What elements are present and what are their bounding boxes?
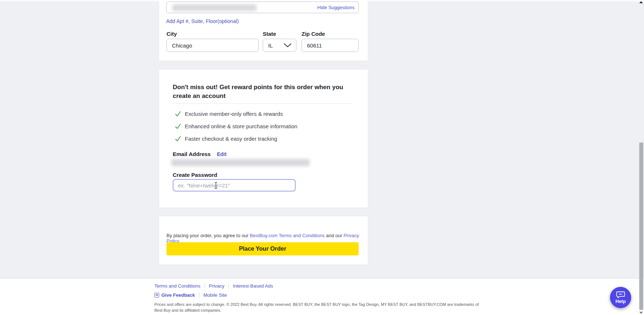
state-label: State (263, 31, 276, 37)
footer-feedback-row: H Give Feedback Mobile Site (154, 292, 484, 298)
address-suggestion-input[interactable]: Hide Suggestions (166, 1, 359, 13)
footer-divider (205, 284, 205, 288)
rewards-heading: Don't miss out! Get reward points for th… (173, 83, 345, 100)
benefit-item: Exclusive member-only offers & rewards (175, 110, 297, 117)
place-order-button[interactable]: Place Your Order (166, 242, 359, 255)
footer-interest-ads-link[interactable]: Interest-Based Ads (233, 283, 273, 289)
copyright-text: Prices and offers are subject to change.… (154, 302, 484, 314)
checkmark-icon (175, 123, 181, 129)
scroll-up-arrow-icon[interactable] (639, 1, 643, 3)
bestbuy-terms-link[interactable]: BestBuy.com Terms and Conditions (250, 233, 325, 238)
mobile-site-link[interactable]: Mobile Site (203, 292, 227, 298)
footer-terms-link[interactable]: Terms and Conditions (154, 283, 201, 289)
vertical-scrollbar[interactable] (639, 0, 644, 315)
create-password-field-wrap (173, 179, 296, 191)
checkout-page: Hide Suggestions Add Apt #, Suite, Floor… (0, 0, 644, 315)
scroll-down-arrow-icon[interactable] (639, 312, 643, 314)
city-label: City (166, 31, 177, 37)
checkmark-icon (175, 136, 181, 142)
benefit-item: Faster checkout & easy order tracking (175, 135, 297, 142)
create-account-card: Don't miss out! Get reward points for th… (159, 70, 368, 208)
email-address-row: Email Address Edit (173, 151, 226, 157)
checkmark-icon (175, 111, 181, 117)
help-button-label: Help (615, 299, 626, 304)
give-feedback-link[interactable]: Give Feedback (161, 292, 195, 298)
state-selected-value: IL (268, 42, 273, 49)
footer-inner: Terms and Conditions Privacy Interest-Ba… (154, 282, 484, 314)
chat-bubble-icon (616, 291, 625, 298)
footer-divider (228, 284, 229, 288)
scrollbar-thumb[interactable] (639, 143, 643, 310)
footer-links-row: Terms and Conditions Privacy Interest-Ba… (154, 282, 484, 289)
add-apt-suite-link[interactable]: Add Apt #, Suite, Floor(optional) (166, 18, 239, 24)
address-redacted-value (172, 4, 257, 11)
help-button[interactable]: Help (610, 287, 631, 308)
benefit-item: Enhanced online & store purchase informa… (175, 122, 297, 130)
hide-suggestions-link[interactable]: Hide Suggestions (317, 5, 355, 10)
state-select[interactable]: IL (263, 39, 296, 52)
terms-connector: and our (325, 233, 343, 238)
terms-prefix: By placing your order, you agree to our (166, 233, 250, 238)
chevron-down-icon (284, 43, 292, 48)
zip-code-input[interactable] (302, 39, 359, 52)
benefit-text: Faster checkout & easy order tracking (185, 136, 277, 142)
create-password-label: Create Password (173, 172, 217, 178)
heading-divider (173, 103, 352, 104)
feedback-icon: H (154, 293, 159, 297)
text-cursor-icon (214, 182, 218, 189)
place-order-card: By placing your order, you agree to our … (159, 216, 368, 265)
benefit-text: Enhanced online & store purchase informa… (185, 123, 297, 129)
shipping-address-card: Hide Suggestions Add Apt #, Suite, Floor… (159, 0, 368, 61)
email-redacted-value (171, 159, 310, 166)
email-address-label: Email Address (173, 151, 211, 157)
benefit-text: Exclusive member-only offers & rewards (185, 111, 283, 117)
create-password-input[interactable] (173, 179, 296, 191)
email-edit-link[interactable]: Edit (217, 151, 226, 157)
footer-privacy-link[interactable]: Privacy (209, 283, 225, 289)
city-input[interactable] (166, 39, 259, 52)
footer: Terms and Conditions Privacy Interest-Ba… (0, 278, 644, 315)
zip-code-label: Zip Code (302, 31, 325, 37)
footer-divider (199, 293, 199, 297)
benefits-list: Exclusive member-only offers & rewards E… (175, 110, 297, 142)
